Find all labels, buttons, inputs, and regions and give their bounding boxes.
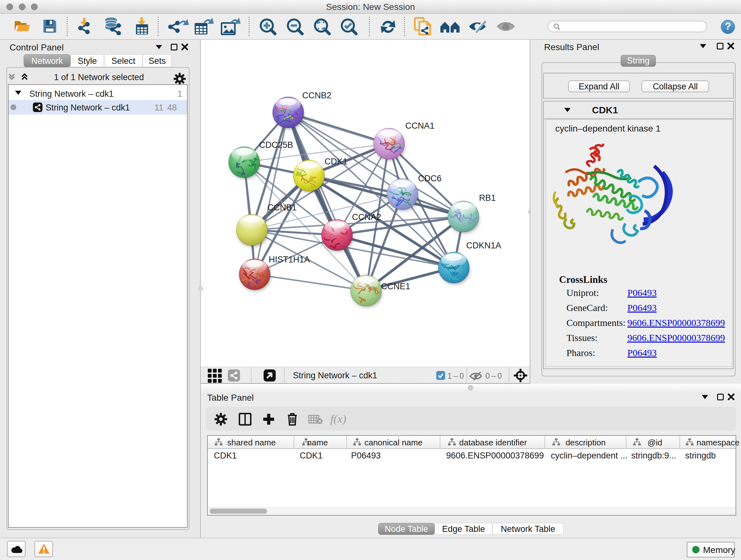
svg-text:CCNB1: CCNB1 bbox=[267, 203, 297, 212]
svg-text:CCNB2: CCNB2 bbox=[302, 91, 332, 100]
svg-text:CCNE1: CCNE1 bbox=[381, 282, 410, 291]
svg-text:HIST1H1A: HIST1H1A bbox=[269, 255, 310, 264]
svg-text:RB1: RB1 bbox=[479, 193, 496, 203]
svg-text:CDC25B: CDC25B bbox=[259, 140, 293, 150]
svg-text:CDC6: CDC6 bbox=[418, 174, 442, 183]
svg-text:CDK1: CDK1 bbox=[325, 157, 347, 166]
svg-text:CCNA2: CCNA2 bbox=[352, 212, 381, 222]
svg-text:CDKN1A: CDKN1A bbox=[466, 241, 501, 250]
svg-text:CCNA1: CCNA1 bbox=[405, 121, 434, 131]
